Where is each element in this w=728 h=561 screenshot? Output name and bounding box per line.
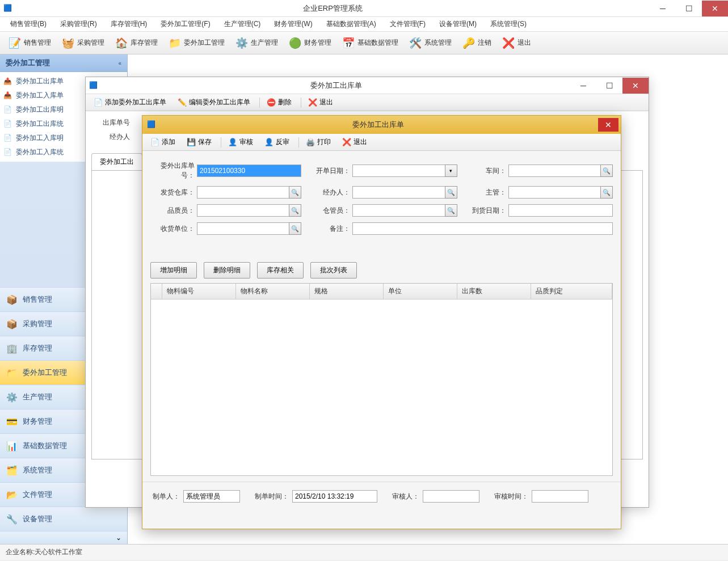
sub1-label-orderno: 出库单号 bbox=[96, 118, 130, 128]
menu-inventory[interactable]: 库存管理(H) bbox=[104, 17, 154, 31]
nav-equipment[interactable]: 🔧设备管理 bbox=[0, 507, 127, 531]
detail-grid[interactable]: 物料编号 物料名称 规格 单位 出库数 品质判定 bbox=[150, 283, 613, 476]
receiver-input[interactable] bbox=[197, 222, 289, 235]
sub2-unaudit-button[interactable]: 👤反审 bbox=[260, 136, 294, 149]
arrivaldate-input[interactable] bbox=[508, 204, 613, 217]
manager-input[interactable] bbox=[508, 186, 601, 199]
collapse-icon[interactable]: « bbox=[118, 60, 121, 66]
remark-input[interactable] bbox=[352, 222, 613, 235]
tool-system[interactable]: 🛠️系统管理 bbox=[404, 35, 456, 51]
orderno-input[interactable] bbox=[197, 164, 301, 177]
tool-inventory[interactable]: 🏠库存管理 bbox=[110, 35, 162, 51]
workshop-lookup-button[interactable]: 🔍 bbox=[600, 164, 613, 177]
add-detail-button[interactable]: 增加明细 bbox=[150, 262, 197, 279]
delete-detail-button[interactable]: 删除明细 bbox=[204, 262, 250, 279]
menu-outsource[interactable]: 委外加工管理(F) bbox=[154, 17, 217, 31]
receiver-lookup-button[interactable]: 🔍 bbox=[289, 222, 301, 235]
sub2-title: 委外加工出库单 bbox=[158, 120, 598, 130]
tool-logout[interactable]: 🔑注销 bbox=[457, 35, 496, 51]
tool-basedata[interactable]: 📅基础数据管理 bbox=[337, 35, 403, 51]
workshop-input[interactable] bbox=[508, 164, 601, 177]
grid-col-qc[interactable]: 品质判定 bbox=[531, 284, 612, 299]
menu-basedata[interactable]: 基础数据管理(A) bbox=[319, 17, 383, 31]
sub2-close-button[interactable]: ✕ bbox=[598, 118, 618, 132]
sub1-delete-button[interactable]: ⛔删除 bbox=[262, 96, 296, 109]
sub2-print-button[interactable]: 🖨️打印 bbox=[301, 136, 335, 149]
sub1-titlebar: 🟦 委外加工出库单 ─ ☐ ✕ bbox=[86, 77, 649, 94]
sub1-add-button[interactable]: 📄添加委外加工出库单 bbox=[89, 96, 171, 109]
outsource-icon: 📁 bbox=[6, 366, 18, 379]
batch-list-button[interactable]: 批次列表 bbox=[310, 262, 357, 279]
warehouse-input[interactable] bbox=[197, 186, 289, 199]
sub1-edit-button[interactable]: ✏️编辑委外加工出库单 bbox=[173, 96, 255, 109]
stock-related-button[interactable]: 库存相关 bbox=[257, 262, 304, 279]
storekeeper-input[interactable] bbox=[352, 204, 445, 217]
menu-finance[interactable]: 财务管理(W) bbox=[267, 17, 319, 31]
warehouse-lookup-button[interactable]: 🔍 bbox=[289, 186, 301, 199]
sub1-close-button[interactable]: ✕ bbox=[622, 78, 649, 94]
grid-col-selector[interactable] bbox=[151, 284, 162, 299]
qc-input[interactable] bbox=[197, 204, 289, 217]
field-remark: 备注： bbox=[306, 222, 613, 235]
menu-file[interactable]: 文件管理(F) bbox=[383, 17, 432, 31]
audittime-input[interactable] bbox=[532, 490, 588, 503]
manager-lookup-button[interactable]: 🔍 bbox=[600, 186, 613, 199]
menu-sales[interactable]: 销售管理(B) bbox=[3, 17, 53, 31]
divider bbox=[259, 98, 260, 108]
new-doc-icon: 📄 bbox=[150, 138, 159, 147]
sub1-maximize-button[interactable]: ☐ bbox=[596, 78, 622, 94]
field-arrivaldate: 到货日期： bbox=[462, 204, 613, 217]
sub2-add-button[interactable]: 📄添加 bbox=[146, 136, 180, 149]
auditor-input[interactable] bbox=[423, 490, 479, 503]
handler-lookup-button[interactable]: 🔍 bbox=[445, 186, 457, 199]
menu-production[interactable]: 生产管理(C) bbox=[217, 17, 268, 31]
main-titlebar: 🟦 企业ERP管理系统 ─ ☐ ✕ bbox=[0, 0, 728, 17]
sub1-minimize-button[interactable]: ─ bbox=[570, 78, 596, 94]
maker-input[interactable] bbox=[183, 490, 240, 503]
menu-purchase[interactable]: 采购管理(R) bbox=[53, 17, 104, 31]
grid-col-qty[interactable]: 出库数 bbox=[457, 284, 531, 299]
menu-system[interactable]: 系统管理(S) bbox=[483, 17, 533, 31]
minus-icon: ⛔ bbox=[267, 98, 276, 107]
app-icon: 🟦 bbox=[3, 4, 12, 13]
auditor-label: 审核人： bbox=[392, 492, 419, 501]
grid-col-spec[interactable]: 规格 bbox=[310, 284, 384, 299]
sub2-exit-button[interactable]: ❌退出 bbox=[338, 136, 372, 149]
date-picker-button[interactable]: ▾ bbox=[445, 164, 457, 177]
sub2-audit-button[interactable]: 👤审核 bbox=[224, 136, 258, 149]
sidebar-header[interactable]: 委外加工管理 « bbox=[0, 54, 127, 72]
tool-outsource[interactable]: 📁委外加工管理 bbox=[163, 35, 229, 51]
close-button[interactable]: ✕ bbox=[702, 1, 728, 16]
sidebar-collapse[interactable]: ⌄ bbox=[0, 531, 127, 544]
tool-production[interactable]: ⚙️生产管理 bbox=[230, 35, 283, 51]
handler-input[interactable] bbox=[352, 186, 445, 199]
inventory-icon: 🏢 bbox=[6, 342, 18, 355]
calendar-icon: 📅 bbox=[342, 36, 355, 50]
window-controls: ─ ☐ ✕ bbox=[650, 1, 728, 16]
grid-col-matno[interactable]: 物料编号 bbox=[162, 284, 236, 299]
equipment-icon: 🔧 bbox=[6, 513, 18, 525]
sub1-label-handler: 经办人 bbox=[96, 132, 130, 142]
sub1-exit-button[interactable]: ❌退出 bbox=[304, 96, 338, 109]
menubar: 销售管理(B) 采购管理(R) 库存管理(H) 委外加工管理(F) 生产管理(C… bbox=[0, 17, 728, 32]
tool-exit[interactable]: ❌退出 bbox=[497, 35, 536, 51]
menu-equipment[interactable]: 设备管理(M) bbox=[432, 17, 483, 31]
maximize-button[interactable]: ☐ bbox=[676, 1, 702, 16]
grid-col-matname[interactable]: 物料名称 bbox=[236, 284, 310, 299]
maketime-input[interactable] bbox=[292, 490, 377, 503]
tool-sales[interactable]: 📝销售管理 bbox=[3, 35, 56, 51]
sub1-tab[interactable]: 委外加工出 bbox=[91, 153, 142, 170]
storekeeper-lookup-button[interactable]: 🔍 bbox=[445, 204, 457, 217]
tool-finance[interactable]: 🟢财务管理 bbox=[284, 35, 336, 51]
edit-icon: ✏️ bbox=[178, 98, 187, 107]
sub1-title: 委外加工出库单 bbox=[102, 81, 570, 91]
date-input[interactable] bbox=[352, 164, 445, 177]
sub2-save-button[interactable]: 💾保存 bbox=[182, 136, 216, 149]
new-doc-icon: 📄 bbox=[94, 98, 103, 107]
edit-icon: 📝 bbox=[8, 36, 22, 50]
grid-col-unit[interactable]: 单位 bbox=[384, 284, 457, 299]
qc-lookup-button[interactable]: 🔍 bbox=[289, 204, 301, 217]
divider bbox=[298, 137, 299, 147]
minimize-button[interactable]: ─ bbox=[650, 1, 676, 16]
tool-purchase[interactable]: 🧺采购管理 bbox=[57, 35, 109, 51]
